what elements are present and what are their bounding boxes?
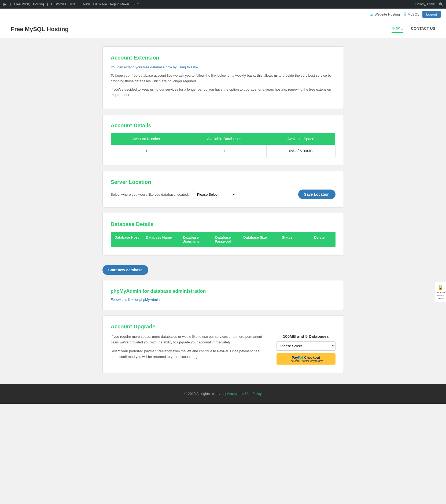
start-new-database-button[interactable]: Start new database	[102, 265, 149, 275]
admin-bar-popup-maker[interactable]: Popup Maker	[110, 2, 129, 6]
nav-home[interactable]: HOME	[392, 26, 403, 33]
top-nav: ☁ Website Hosting 🗄 MySQL Logout	[0, 9, 446, 20]
database-details-card: Database Details Database Host Database …	[102, 213, 344, 255]
available-databases-value: 1	[182, 145, 266, 157]
start-db-container: Start new database	[102, 261, 344, 275]
mysql-link[interactable]: 🗄 MySQL	[403, 12, 419, 16]
recaptcha-badge: 🔒 reCAPTCHAPrivacy - Terms	[435, 282, 446, 302]
recaptcha-logo-icon: 🔒	[437, 284, 444, 290]
paypal-sub-label: The safer, easier way to pay	[289, 360, 323, 362]
search-icon[interactable]: 🔍	[439, 2, 443, 6]
recaptcha-text: reCAPTCHAPrivacy - Terms	[437, 291, 444, 300]
col-db-name: Database Name	[143, 232, 175, 247]
account-extension-card: Account Extension You can extend your fr…	[102, 46, 344, 109]
site-footer: © 2019 All rights reserved | Acceptable …	[0, 384, 446, 404]
col-available-space: Available Space	[266, 133, 335, 145]
server-location-card: Server Location Select where you would l…	[102, 171, 344, 207]
account-table-header-row: Account Number Available Databases Avail…	[111, 133, 335, 145]
admin-bar-howdy: Howdy, admin	[415, 2, 436, 6]
server-location-title: Server Location	[111, 179, 336, 185]
extension-text-2: If you've decided to keep using our serv…	[111, 87, 336, 98]
paypal-checkout-button[interactable]: PayPal Checkout The safer, easier way to…	[277, 353, 336, 365]
account-details-card: Account Details Account Number Available…	[102, 114, 344, 165]
website-hosting-link[interactable]: ☁ Website Hosting	[370, 12, 400, 16]
nav-contact[interactable]: CONTACT US	[411, 26, 435, 32]
page-content: Account Extension You can extend your fr…	[102, 46, 344, 373]
account-number-value: 1	[111, 145, 182, 157]
admin-bar-edit-page[interactable]: Edit Page	[93, 2, 107, 6]
main-nav: HOME CONTACT US	[392, 26, 435, 33]
admin-bar-customize[interactable]: Customize	[51, 2, 67, 6]
col-db-host: Database Host	[111, 232, 143, 247]
save-location-button[interactable]: Save Location	[298, 190, 336, 199]
site-title: Free MySQL Hosting	[11, 26, 69, 33]
admin-bar-comments[interactable]: ✉ 3	[70, 2, 75, 6]
cloud-icon: ☁	[370, 12, 373, 16]
phpmyadmin-card: phpMyAdmin for database administration F…	[102, 280, 344, 310]
upgrade-right: 100MB and 5 Databases Please Select USD …	[277, 334, 336, 365]
upgrade-text: If you require more space, more database…	[111, 334, 266, 363]
phpmyadmin-title: phpMyAdmin for database administration	[111, 288, 336, 294]
server-location-row: Select where you would like you database…	[111, 190, 336, 199]
paypal-checkout-label: PayPal Checkout	[292, 355, 320, 360]
logout-button[interactable]: Logout	[422, 11, 441, 18]
admin-bar-new[interactable]: New	[83, 2, 90, 6]
server-location-select[interactable]: Please Select USA Europe Asia	[193, 190, 236, 199]
col-db-status: Status	[271, 232, 303, 247]
admin-bar-sep: |	[47, 2, 48, 6]
account-table: Account Number Available Databases Avail…	[111, 133, 336, 157]
currency-select[interactable]: Please Select USD EUR GBP	[277, 341, 336, 351]
wp-logo-icon[interactable]: ⊞	[3, 1, 7, 7]
account-details-title: Account Details	[111, 123, 336, 129]
footer-copyright: © 2019 All rights reserved	[184, 392, 224, 396]
db-icon: 🗄	[403, 12, 407, 16]
admin-bar-seo[interactable]: SEO	[132, 2, 139, 6]
col-db-size: Database Size	[239, 232, 271, 247]
col-available-databases: Available Databases	[182, 133, 266, 145]
server-location-label: Select where you would like you database…	[111, 192, 189, 197]
account-extension-title: Account Extension	[111, 55, 336, 61]
upgrade-text-1: If you require more space, more database…	[111, 334, 266, 345]
extension-link[interactable]: You can extend your free database how by…	[111, 65, 336, 69]
admin-bar-sep: |	[10, 2, 11, 6]
admin-bar-site-link[interactable]: Free MySQL Hosting	[14, 2, 44, 6]
account-upgrade-title: Account Upgrade	[111, 324, 336, 330]
col-account-number: Account Number	[111, 133, 182, 145]
col-db-delete: Delete	[303, 232, 336, 247]
footer-policy-link[interactable]: Acceptable Use Policy	[227, 392, 261, 396]
upgrade-content: If you require more space, more database…	[111, 334, 336, 365]
account-upgrade-card: Account Upgrade If you require more spac…	[102, 315, 344, 373]
admin-bar-sep: +	[78, 2, 80, 6]
site-header: Free MySQL Hosting HOME CONTACT US	[0, 20, 446, 38]
admin-bar: ⊞ | Free MySQL Hosting | Customize ✉ 3 +…	[0, 0, 446, 9]
extension-text-1: To keep your free database account live …	[111, 73, 336, 84]
col-db-username: Database Username	[175, 232, 207, 247]
table-row: 1 1 0% of 5.00MB	[111, 145, 335, 157]
phpmyadmin-link[interactable]: Follow this link for phpMyAdmin	[111, 298, 160, 302]
database-table-header: Database Host Database Name Database Use…	[111, 232, 336, 247]
database-details-title: Database Details	[111, 221, 336, 227]
upgrade-plan-title: 100MB and 5 Databases	[283, 334, 329, 339]
col-db-password: Database Password	[207, 232, 239, 247]
available-space-value: 0% of 5.00MB	[266, 145, 335, 157]
upgrade-text-2: Select your preferred payment currency f…	[111, 349, 266, 360]
